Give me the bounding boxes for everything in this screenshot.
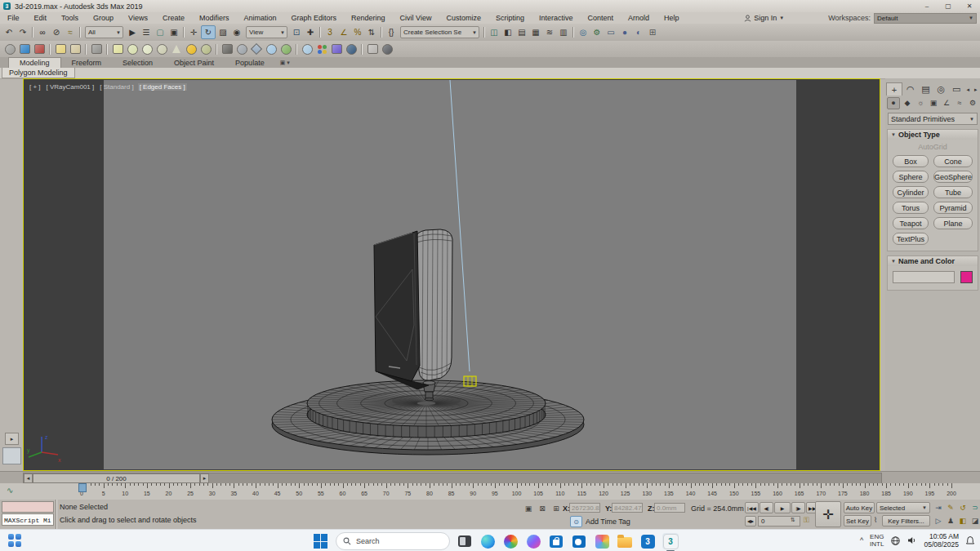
edge-icon[interactable] (479, 533, 496, 549)
primitive-button-pyramid[interactable]: Pyramid (933, 202, 973, 214)
menu-item-modifiers[interactable]: Modifiers (192, 12, 237, 24)
systems-category[interactable]: ⚙ (967, 98, 978, 109)
geometry-category[interactable]: ● (887, 97, 900, 109)
maximize-button[interactable]: ▢ (938, 1, 959, 12)
photoshop-icon[interactable] (330, 42, 343, 56)
prev-frame-button[interactable]: ◀| (760, 502, 773, 513)
menu-item-civil-view[interactable]: Civil View (393, 12, 439, 24)
percent-snap-icon[interactable]: % (351, 26, 364, 39)
hierarchy-tab[interactable]: ▤ (919, 83, 933, 96)
spinner-snap-icon[interactable]: ⇅ (365, 26, 378, 39)
color-quad-icon[interactable] (315, 42, 328, 56)
viewport-camera-label[interactable]: [ VRayCam001 ] (45, 83, 96, 91)
foliage-icon[interactable] (279, 42, 292, 56)
isolate-toggle-icon[interactable]: ⇥ (933, 502, 944, 513)
photos-icon[interactable] (502, 533, 519, 549)
helpers-category[interactable]: ∠ (941, 98, 952, 109)
primitive-button-textplus[interactable]: TextPlus (893, 233, 929, 245)
time-slider-next-button[interactable]: ▸ (200, 473, 209, 483)
go-to-start-button[interactable]: |◀◀ (745, 502, 759, 513)
time-slider-prev-button[interactable]: ◂ (24, 473, 33, 483)
object-name-field[interactable] (893, 271, 955, 283)
menu-item-animation[interactable]: Animation (236, 12, 283, 24)
camera-view[interactable] (104, 80, 796, 469)
macro-recorder-field[interactable] (2, 501, 54, 513)
render-production-icon[interactable]: ● (618, 26, 631, 39)
select-by-name-icon[interactable]: ☰ (140, 26, 153, 39)
select-object-icon[interactable]: ▶ (126, 26, 139, 39)
pencil-lock-icon[interactable]: ✎ (945, 502, 956, 513)
menu-item-views[interactable]: Views (121, 12, 155, 24)
viewport-edged-faces-label[interactable]: [ Edged Faces ] (138, 83, 187, 91)
menu-item-file[interactable]: File (0, 12, 27, 24)
selection-set-dropdown[interactable]: Create Selection Se▼ (400, 26, 479, 38)
angle-snap-icon[interactable]: ∠ (337, 26, 350, 39)
modify-tab[interactable]: ◠ (903, 83, 918, 96)
volume-icon[interactable] (907, 535, 917, 545)
outlook-icon[interactable] (571, 533, 587, 549)
menu-item-group[interactable]: Group (86, 12, 121, 24)
create-tab[interactable]: + (886, 82, 902, 96)
menu-item-arnold[interactable]: Arnold (621, 12, 657, 24)
docked-mini-panel[interactable] (2, 447, 21, 464)
minimize-button[interactable]: – (916, 1, 938, 12)
lock-toggle-icon[interactable]: ◧ (957, 515, 969, 526)
frame-spinner[interactable]: ⇅ (791, 517, 795, 523)
rect-selection-icon[interactable]: ▢ (154, 26, 167, 39)
network-icon[interactable] (890, 535, 901, 546)
primitives-dropdown[interactable]: Standard Primitives ▼ (888, 113, 978, 125)
helper-gizmo-icon[interactable] (250, 42, 263, 56)
primitive-button-cylinder[interactable]: Cylinder (893, 186, 929, 198)
track-bar[interactable]: ∿ 05101520253035404550556065707580859095… (0, 483, 980, 500)
mirror-icon[interactable]: ◫ (488, 26, 501, 39)
material-editor-icon[interactable]: ◎ (577, 26, 590, 39)
viewport-shading-label[interactable]: [ Standard ] (98, 83, 135, 91)
help-icon[interactable] (381, 42, 394, 56)
select-place-icon[interactable]: ◉ (230, 26, 243, 39)
lock-icon[interactable]: ⊠ (537, 503, 548, 513)
menu-item-graph-editors[interactable]: Graph Editors (283, 12, 344, 24)
menu-item-rendering[interactable]: Rendering (344, 12, 393, 24)
primitive-button-plane[interactable]: Plane (933, 217, 973, 229)
set-key-button[interactable]: Set Key (844, 515, 871, 527)
name-color-rollout-header[interactable]: ▼ Name and Color (888, 256, 978, 266)
search-box[interactable]: Search (336, 532, 450, 550)
current-frame-marker[interactable] (78, 483, 87, 492)
next-frame-button[interactable]: |▶ (791, 502, 805, 513)
arnold-render-icon[interactable] (18, 42, 31, 56)
open-in-viewport-icon[interactable]: ⊞ (646, 26, 659, 39)
play-button[interactable]: ▶ (774, 502, 791, 513)
select-move-icon[interactable]: ✛ (187, 26, 200, 39)
motion-tab[interactable]: ◎ (933, 83, 948, 96)
lights-category[interactable]: ☼ (915, 98, 926, 109)
menu-item-scripting[interactable]: Scripting (488, 12, 532, 24)
maxscript-listener-field[interactable]: MAXScript Mi (2, 513, 54, 526)
default-key-icon[interactable]: ⚿ (804, 516, 809, 525)
redo-icon[interactable]: ↷ (16, 26, 29, 39)
box-primitive-icon[interactable] (111, 42, 124, 56)
window-crossing-icon[interactable]: ▣ (167, 26, 180, 39)
ribbon-tab-populate[interactable]: Populate (225, 57, 275, 68)
use-pivot-icon[interactable]: ⊡ (290, 26, 303, 39)
app-3-icon[interactable]: 3 (639, 533, 656, 549)
spacewarps-category[interactable]: ≈ (954, 98, 965, 109)
tray-chevron-icon[interactable]: ^ (860, 536, 863, 544)
cameras-category[interactable]: ▣ (928, 98, 939, 109)
select-manipulate-icon[interactable]: ✚ (304, 26, 317, 39)
menu-item-content[interactable]: Content (580, 12, 621, 24)
play-selected-icon[interactable]: ▷ (933, 515, 944, 526)
start-button[interactable] (313, 533, 329, 549)
transform-gizmo-button[interactable]: ✛ (815, 501, 841, 527)
water-sphere-icon[interactable] (301, 42, 314, 56)
dome-light-icon[interactable] (199, 42, 212, 56)
walkthrough-icon[interactable]: ♟ (945, 515, 956, 526)
render-frame-icon[interactable] (33, 42, 46, 56)
ribbon-tab-object-paint[interactable]: Object Paint (163, 57, 225, 68)
mini-curve-editor-icon[interactable]: ∿ (7, 486, 13, 495)
ribbon-tab-freeform[interactable]: Freeform (61, 57, 113, 68)
sun-light-icon[interactable] (185, 42, 198, 56)
ribbon-tab-modeling[interactable]: Modeling (8, 57, 61, 68)
light-create-icon[interactable] (54, 42, 67, 56)
schematic-view-icon[interactable]: ▥ (557, 26, 570, 39)
moon-icon[interactable] (235, 42, 248, 56)
